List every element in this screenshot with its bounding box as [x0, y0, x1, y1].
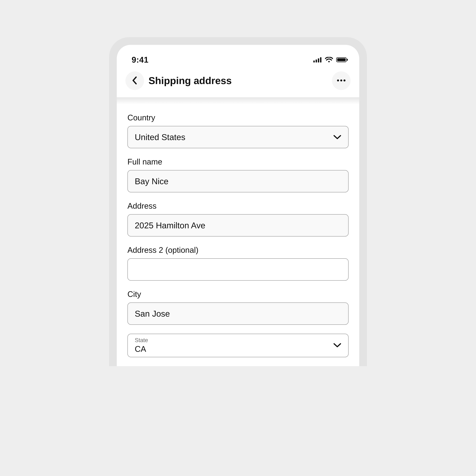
phone-frame: 9:41: [109, 37, 367, 366]
svg-rect-0: [313, 61, 315, 63]
svg-rect-3: [320, 57, 322, 63]
page-title: Shipping address: [149, 75, 232, 86]
svg-point-4: [328, 61, 330, 62]
svg-point-10: [343, 80, 345, 82]
battery-icon: [336, 57, 348, 63]
status-bar: 9:41: [117, 45, 359, 68]
country-select[interactable]: United States: [127, 126, 349, 148]
city-label: City: [127, 289, 349, 299]
field-state: State CA: [127, 334, 349, 357]
field-country: Country United States: [127, 113, 349, 148]
chevron-down-icon: [333, 135, 341, 140]
full-name-label: Full name: [127, 157, 349, 166]
svg-rect-1: [316, 60, 317, 63]
field-city: City: [127, 289, 349, 325]
more-button[interactable]: [332, 71, 351, 90]
nav-header: Shipping address: [117, 68, 359, 97]
back-button[interactable]: [125, 71, 144, 90]
city-input[interactable]: [127, 303, 349, 325]
country-label: Country: [127, 113, 349, 122]
chevron-left-icon: [131, 76, 138, 85]
svg-rect-6: [337, 58, 346, 61]
svg-point-8: [337, 80, 339, 82]
chevron-down-icon: [333, 343, 341, 348]
status-time: 9:41: [132, 55, 149, 65]
address2-input[interactable]: [127, 258, 349, 281]
state-value: CA: [135, 344, 148, 354]
svg-point-9: [340, 80, 342, 82]
field-address2: Address 2 (optional): [127, 245, 349, 281]
cellular-icon: [313, 57, 322, 63]
state-label: State: [135, 337, 148, 343]
wifi-icon: [325, 57, 333, 63]
more-horizontal-icon: [337, 79, 346, 82]
field-address: Address: [127, 201, 349, 237]
shipping-address-form: Country United States Full name: [117, 104, 359, 357]
state-select[interactable]: State CA: [127, 334, 349, 357]
full-name-input[interactable]: [127, 170, 349, 192]
screen: 9:41: [117, 45, 359, 366]
field-full-name: Full name: [127, 157, 349, 192]
address-input[interactable]: [127, 214, 349, 237]
svg-rect-7: [347, 59, 348, 61]
country-value: United States: [135, 132, 185, 142]
header-divider: [117, 97, 359, 104]
address-label: Address: [127, 201, 349, 210]
address2-label: Address 2 (optional): [127, 245, 349, 255]
status-icons: [313, 57, 348, 63]
svg-rect-2: [318, 58, 319, 63]
